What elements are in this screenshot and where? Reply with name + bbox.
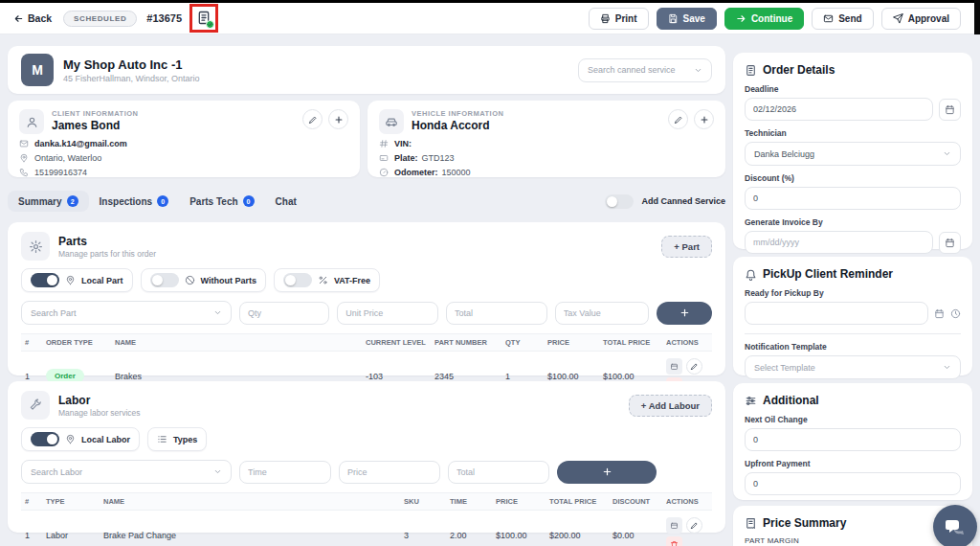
tab-parts-tech[interactable]: Parts Tech 0 — [179, 191, 264, 212]
odometer-value: 150000 — [442, 168, 471, 177]
edit-part-button[interactable] — [686, 358, 702, 375]
technician-value: Danka Belciugg — [754, 149, 814, 159]
add-labour-button[interactable]: + Add Labour — [629, 395, 712, 417]
delete-labor-button[interactable] — [666, 536, 682, 546]
add-part-button[interactable]: + Part — [661, 236, 712, 258]
approval-button[interactable]: Approval — [881, 8, 961, 30]
labor-subtitle: Manage labor services — [58, 408, 141, 418]
box-icon — [670, 521, 679, 530]
upfront-payment-label: Upfront Payment — [745, 459, 961, 468]
ready-pickup-input[interactable] — [745, 302, 928, 325]
template-placeholder: Select Template — [754, 363, 815, 373]
chevron-down-icon — [943, 149, 951, 158]
client-name: James Bond — [52, 119, 139, 132]
person-icon — [19, 109, 44, 134]
labor-table-row: 1 Labor Brake Pad Change 3 2.00 $100.00 … — [21, 511, 712, 546]
add-canned-service-toggle[interactable] — [605, 194, 634, 209]
technician-label: Technician — [745, 128, 961, 138]
col-actions: ACTIONS — [662, 334, 712, 352]
price-summary-title: Price Summary — [763, 516, 846, 530]
tab-summary[interactable]: Summary 2 — [8, 191, 89, 212]
tab-inspections-badge: 0 — [157, 195, 168, 207]
add-part-row-button[interactable] — [657, 302, 712, 325]
search-part-select[interactable]: Search Part — [21, 301, 232, 325]
shop-header-card: M My Shop Auto Inc -1 45 FisherHallman, … — [8, 46, 725, 94]
tab-chat[interactable]: Chat — [265, 192, 307, 212]
labor-time-input[interactable] — [239, 461, 331, 484]
parts-title: Parts — [58, 235, 156, 248]
vehicle-name: Honda Accord — [412, 119, 503, 132]
clock-icon[interactable] — [950, 308, 961, 319]
continue-button[interactable]: Continue — [724, 8, 804, 30]
labor-title: Labor — [58, 394, 141, 407]
order-details-title: Order Details — [763, 63, 835, 77]
additional-card: Additional Next Oil Change Upfront Payme… — [733, 383, 972, 500]
client-phone: 15199916374 — [34, 168, 87, 177]
col-total-price: TOTAL PRICE — [599, 334, 662, 352]
chat-fab-button[interactable] — [933, 505, 977, 546]
upfront-payment-input[interactable] — [745, 472, 961, 495]
box-icon — [670, 362, 679, 371]
print-button[interactable]: Print — [589, 8, 649, 30]
list-icon — [157, 434, 167, 444]
chevron-down-icon — [694, 66, 702, 75]
search-labor-select[interactable]: Search Labor — [21, 460, 232, 484]
receipt-icon — [745, 517, 757, 530]
deadline-input[interactable] — [745, 98, 933, 121]
local-labor-toggle[interactable] — [31, 432, 59, 446]
calendar-icon[interactable] — [934, 308, 945, 319]
invoice-calendar-button[interactable] — [939, 232, 961, 254]
without-parts-toggle-group: Without Parts — [141, 268, 266, 292]
save-button[interactable]: Save — [657, 8, 717, 30]
deadline-calendar-button[interactable] — [939, 99, 961, 121]
edit-vehicle-button[interactable] — [668, 109, 688, 129]
edit-client-button[interactable] — [302, 109, 323, 129]
tab-inspections[interactable]: Inspections 0 — [89, 191, 180, 212]
without-parts-toggle[interactable] — [150, 273, 179, 287]
add-vehicle-button[interactable] — [694, 109, 714, 129]
discount-input[interactable] — [745, 187, 961, 210]
search-part-placeholder: Search Part — [31, 308, 77, 318]
slash-circle-icon — [185, 275, 195, 285]
local-pin-icon — [65, 275, 76, 285]
calendar-icon — [945, 104, 955, 115]
labor-price-input[interactable] — [339, 461, 440, 484]
labor-total-input[interactable] — [448, 461, 549, 484]
part-tax-input[interactable] — [555, 302, 649, 325]
vehicle-info-card: VEHICLE INFORMATION Honda Accord VIN: Pl… — [368, 101, 725, 177]
notification-template-select[interactable]: Select Template — [745, 355, 961, 379]
col-num: # — [21, 334, 42, 352]
shop-avatar: M — [21, 54, 54, 86]
work-order-notes-icon[interactable] — [196, 10, 212, 27]
labor-sku: 3 — [400, 511, 446, 546]
technician-select[interactable]: Danka Belciugg — [745, 142, 961, 166]
vat-free-toggle[interactable] — [283, 273, 312, 287]
send-button[interactable]: Send — [812, 8, 873, 30]
tab-parts-tech-badge: 0 — [243, 195, 255, 207]
parts-table-header-row: # ORDER TYPE NAME CURRENT LEVEL PART NUM… — [21, 334, 712, 352]
next-oil-change-input[interactable] — [745, 428, 961, 451]
parts-section-card: Parts Manage parts for this order + Part… — [8, 222, 725, 375]
labor-detail-button[interactable] — [666, 517, 682, 534]
window-edge — [974, 0, 980, 34]
add-client-button[interactable] — [328, 109, 348, 129]
canned-service-select[interactable]: Search canned service — [578, 58, 712, 82]
add-labor-row-button[interactable] — [557, 461, 657, 484]
types-button[interactable]: Types — [147, 427, 207, 451]
part-stock-button[interactable] — [666, 358, 682, 375]
pencil-icon — [690, 362, 699, 371]
labor-type: Labor — [42, 511, 100, 546]
part-unit-price-input[interactable] — [337, 302, 438, 325]
local-part-toggle[interactable] — [31, 273, 59, 287]
printer-icon — [600, 13, 611, 24]
generate-invoice-input[interactable] — [745, 231, 933, 254]
part-qty-input[interactable] — [239, 302, 329, 325]
part-total-input[interactable] — [446, 302, 547, 325]
vat-free-label: VAT-Free — [334, 276, 370, 285]
back-button[interactable]: Back — [13, 12, 52, 24]
client-email: danka.k14@gmail.com — [34, 139, 127, 148]
col-qty: QTY — [501, 334, 544, 352]
document-icon — [745, 64, 757, 77]
percent-icon — [318, 275, 328, 285]
edit-labor-button[interactable] — [686, 517, 702, 534]
